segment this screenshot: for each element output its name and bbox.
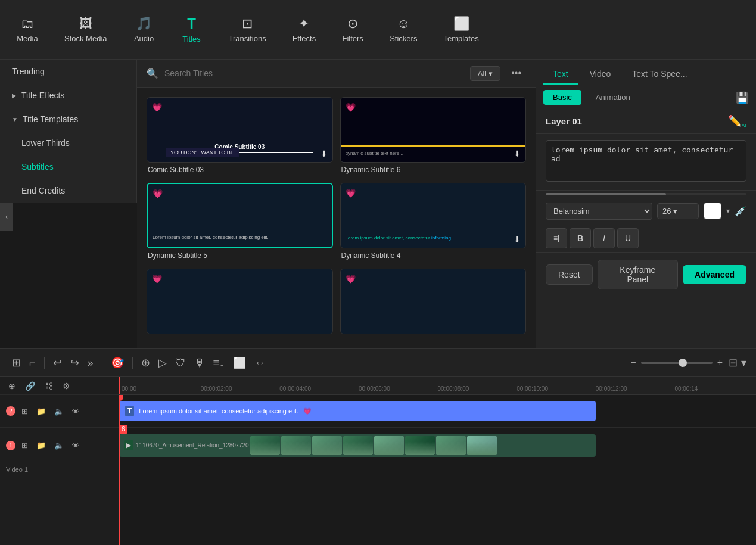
clip-settings-button[interactable]: ⬜ <box>231 354 248 372</box>
text-scrollbar[interactable] <box>536 191 756 198</box>
subtab-basic[interactable]: Basic <box>543 90 581 105</box>
sidebar-collapse-button[interactable]: ‹ <box>0 203 13 231</box>
sidebar-item-subtitles[interactable]: Subtitles <box>0 155 136 179</box>
media-icon: 🗂 <box>21 16 34 32</box>
timeline-section: ⊞ ⌐ ↩ ↪ » 🎯 ⊕ ▷ 🛡 🎙 ≡↓ ⬜ ↔ − + ⊟ ▾ ⊕ 🔗 <box>0 348 756 545</box>
track2-audio-button[interactable]: 🔈 <box>52 404 66 418</box>
filters-icon: ⊙ <box>347 16 358 32</box>
undo-button[interactable]: ↩ <box>51 354 64 372</box>
sidebar-trending[interactable]: Trending <box>0 60 136 83</box>
redo-button[interactable]: ↪ <box>68 354 82 372</box>
search-input[interactable] <box>164 68 464 78</box>
title-templates-label: Title Templates <box>23 114 78 124</box>
nav-audio-label: Audio <box>134 34 154 43</box>
track-labels: ⊕ 🔗 ⛓ ⚙ 2 ⊞ 📁 🔈 👁 1 ⊞ 📁 🔈 👁 Video <box>0 377 119 545</box>
text-content-area[interactable]: lorem ipsum dolor sit amet, consectetur … <box>546 140 746 182</box>
timeline-connect-button[interactable]: ⌐ <box>27 354 38 372</box>
track2-visibility-button[interactable]: 👁 <box>70 404 82 418</box>
sidebar-item-end-credits[interactable]: End Credits <box>0 179 136 203</box>
add-clip-button[interactable]: ⊕ <box>139 354 153 372</box>
underline-button[interactable]: U <box>617 228 639 248</box>
dynamic6-text: dynamic subtitle text here... <box>346 151 521 156</box>
more-options-button[interactable]: ••• <box>506 66 526 81</box>
chain-button[interactable]: ⛓ <box>42 379 55 393</box>
sidebar-item-title-effects[interactable]: ▶ Title Effects <box>0 83 136 107</box>
nav-effects[interactable]: ✦ Effects <box>285 13 323 46</box>
ai-edit-button[interactable]: ✏️AI <box>728 114 746 129</box>
expand-button[interactable]: ▾ <box>741 356 746 369</box>
audio-sync-button[interactable]: ≡↓ <box>211 354 228 372</box>
ruler-12: 00:00:12:00 <box>596 385 675 392</box>
link-track-button[interactable]: 🔗 <box>23 379 38 393</box>
video-thumb-5 <box>374 436 404 455</box>
title-card-dynamic-subtitle-5[interactable]: 💗 Lorem ipsum dolor sit amet, consectetu… <box>147 183 333 261</box>
track1-audio-button[interactable]: 🔈 <box>52 438 66 452</box>
font-family-select[interactable]: Belanosim <box>546 203 652 220</box>
end-credits-label: End Credits <box>21 186 65 195</box>
zoom-in-button[interactable]: + <box>715 355 725 370</box>
title-card-5[interactable]: 💗 <box>147 269 333 339</box>
more-timeline-button[interactable]: » <box>85 354 96 372</box>
layer-title: Layer 01 <box>546 116 582 126</box>
nav-audio[interactable]: 🎵 Audio <box>126 13 162 46</box>
toolbar-divider-2 <box>102 357 102 369</box>
mic-button[interactable]: 🎙 <box>192 354 207 372</box>
track1-folder-button[interactable]: 📁 <box>34 438 48 452</box>
filter-dropdown[interactable]: All ▾ <box>470 66 500 81</box>
color-swatch[interactable] <box>704 203 721 219</box>
title-card-comic-subtitle-03[interactable]: 💗 Comic Subtitle 03 YOU DON'T WANT TO BE… <box>147 97 333 176</box>
italic-button[interactable]: I <box>593 228 615 248</box>
stock-media-icon: 🖼 <box>79 16 92 32</box>
ai-track-button[interactable]: ⚙ <box>60 379 73 393</box>
swap-button[interactable]: ↔ <box>252 354 267 372</box>
zoom-out-button[interactable]: − <box>628 355 638 370</box>
nav-templates[interactable]: ⬜ Templates <box>436 13 486 46</box>
track2-add-button[interactable]: ⊞ <box>19 404 30 418</box>
title-card-dynamic-subtitle-4[interactable]: 💗 Lorem ipsum dolor sit amet, consectetu… <box>340 183 527 261</box>
layout-toggle-button[interactable]: ⊟ <box>729 356 738 369</box>
play-button[interactable]: ▷ <box>156 354 169 372</box>
action-row: Reset Keyframe Panel Advanced <box>536 253 756 297</box>
bold-button[interactable]: B <box>570 228 591 248</box>
sidebar-item-lower-thirds[interactable]: Lower Thirds <box>0 131 136 155</box>
nav-media[interactable]: 🗂 Media <box>10 13 45 46</box>
track1-add-button[interactable]: ⊞ <box>19 438 30 452</box>
comic-dl-icon: ⬇ <box>321 149 328 158</box>
nav-stock-media[interactable]: 🖼 Stock Media <box>57 13 114 46</box>
nav-filters[interactable]: ⊙ Filters <box>335 13 371 46</box>
tab-video[interactable]: Video <box>580 64 621 85</box>
zoom-controls: − + <box>628 355 725 370</box>
sidebar-item-title-templates[interactable]: ▼ Title Templates <box>0 107 136 131</box>
dynamic4-text: Lorem ipsum dolor sit amet, consectetur … <box>346 235 521 241</box>
keyframe-panel-button[interactable]: Keyframe Panel <box>598 260 679 289</box>
video-clip[interactable]: ▶ 1110670_Amusement_Relation_1280x720 <box>119 434 596 457</box>
shield-button[interactable]: 🛡 <box>173 354 188 372</box>
track1-visibility-button[interactable]: 👁 <box>70 438 82 452</box>
playhead-button[interactable]: 🎯 <box>108 354 126 372</box>
formatting-row: ≡| B I U <box>536 225 756 253</box>
timeline-grid-button[interactable]: ⊞ <box>10 354 23 372</box>
nav-transitions[interactable]: ⊡ Transitions <box>222 13 273 46</box>
tab-text[interactable]: Text <box>543 64 578 85</box>
add-track-button[interactable]: ⊕ <box>6 379 18 393</box>
dynamic5-text: Lorem ipsum dolor sit amet, consectetur … <box>153 235 327 240</box>
save-icon[interactable]: 💾 <box>736 91 749 104</box>
title-thumb-comic: 💗 Comic Subtitle 03 YOU DON'T WANT TO BE… <box>147 97 333 163</box>
title-card-6[interactable]: 💗 <box>340 269 527 339</box>
align-button[interactable]: ≡| <box>546 228 567 248</box>
font-size-control[interactable]: 26 ▾ <box>657 203 699 219</box>
track2-folder-button[interactable]: 📁 <box>34 404 48 418</box>
tracks-rows: 6 T Lorem ipsum dolor sit amet, consecte… <box>119 395 756 545</box>
nav-titles[interactable]: T Titles <box>174 12 210 47</box>
eyedropper-button[interactable]: 💉 <box>735 205 746 217</box>
layer-header: Layer 01 ✏️AI <box>536 110 756 134</box>
tab-text-to-speech[interactable]: Text To Spee... <box>623 64 696 85</box>
title-card-dynamic-subtitle-6[interactable]: 💗 dynamic subtitle text here... ⬇ Dynami… <box>340 97 527 176</box>
track2-row: T Lorem ipsum dolor sit amet, consectetu… <box>119 395 756 428</box>
zoom-slider[interactable] <box>641 362 713 364</box>
subtab-animation[interactable]: Animation <box>586 90 640 105</box>
reset-button[interactable]: Reset <box>546 264 593 285</box>
text-clip[interactable]: T Lorem ipsum dolor sit amet, consectetu… <box>119 401 596 421</box>
nav-stickers[interactable]: ☺ Stickers <box>382 13 424 46</box>
advanced-button[interactable]: Advanced <box>683 265 746 284</box>
